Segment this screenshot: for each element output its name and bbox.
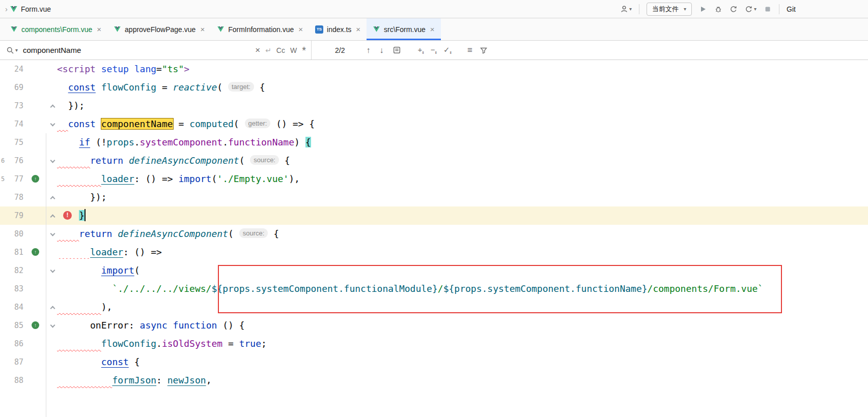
fold-marker-icon[interactable] (50, 231, 55, 236)
whole-words-toggle[interactable]: W (290, 46, 297, 54)
line-number[interactable]: 84 (0, 298, 23, 316)
user-icon[interactable]: ▾ (620, 5, 632, 13)
code-line-79[interactable]: 79! } (0, 206, 868, 225)
rerun-icon[interactable]: ▾ (745, 5, 757, 13)
search-input[interactable]: componentName (23, 46, 81, 54)
fold-guide-line (46, 133, 46, 417)
tab-components-form-vue[interactable]: components\Form.vue × (4, 18, 107, 40)
stop-icon[interactable] (764, 5, 772, 13)
code-line-74[interactable]: 74 const componentName = computed( gette… (0, 115, 868, 133)
code-line-73[interactable]: 73 }); (0, 97, 868, 115)
vue-logo-icon (10, 5, 18, 13)
code-text: onError: async function () { (57, 316, 245, 335)
code-line-24[interactable]: 24<script setup lang="ts"> (0, 60, 868, 78)
tab-approveflowpage-vue[interactable]: approveFlowPage.vue × (107, 18, 211, 40)
fold-marker-icon[interactable] (50, 323, 55, 328)
debug-icon[interactable] (714, 5, 722, 13)
close-icon[interactable]: × (356, 25, 360, 34)
gutter-arrow-icon[interactable]: ↑ (32, 248, 39, 256)
line-number[interactable]: 69 (0, 78, 23, 97)
gutter-arrow-icon[interactable]: ↑ (32, 175, 39, 183)
inlay-hint: source: (250, 155, 279, 165)
code-line-75[interactable]: 75 if (!props.systemComponent.functionNa… (0, 133, 868, 152)
line-number[interactable]: 81 (0, 243, 23, 261)
profile-icon[interactable] (730, 5, 738, 13)
fold-marker-icon[interactable] (50, 306, 55, 311)
line-number[interactable]: 73 (0, 97, 23, 115)
fold-marker-icon[interactable] (50, 268, 55, 273)
inlay-hint: target: (228, 82, 254, 92)
editor-tabbar: components\Form.vue × approveFlowPage.vu… (0, 18, 868, 41)
divider (779, 4, 779, 14)
regex-toggle[interactable]: * (302, 48, 306, 53)
fold-marker-icon[interactable] (50, 196, 55, 201)
line-number[interactable]: 80 (0, 225, 23, 243)
git-menu[interactable]: Git (787, 5, 796, 13)
next-occurrence-icon[interactable]: ↓ (379, 46, 383, 55)
code-line-78[interactable]: 78 }); (0, 188, 868, 206)
filter-icon[interactable] (480, 46, 488, 54)
multicaret-actions: +II −II ✓II (417, 45, 451, 55)
add-selection-icon[interactable]: +II (417, 45, 423, 55)
line-number[interactable]: 86 (0, 335, 23, 353)
select-all-matches-icon[interactable]: ✓II (443, 45, 451, 55)
window-title: Form.vue (21, 5, 51, 13)
run-configuration-button[interactable]: 当前文件 ▾ (647, 3, 692, 16)
search-icon[interactable]: ▾ (6, 46, 18, 54)
code-line-84[interactable]: 84 ), (0, 298, 868, 316)
search-match-highlight: componentName (101, 118, 173, 129)
match-case-toggle[interactable]: Cc (276, 46, 285, 54)
close-icon[interactable]: × (430, 25, 435, 34)
code-line-77[interactable]: 577↑ loader: () => import('./Empty.vue')… (0, 170, 868, 188)
line-number[interactable]: 79 (0, 206, 23, 225)
newline-icon[interactable]: ↵ (265, 46, 271, 54)
code-line-85[interactable]: 85↑ onError: async function () { (0, 316, 868, 335)
tab-forminformation-vue[interactable]: FormInformation.vue × (211, 18, 309, 40)
line-number[interactable]: 74 (0, 115, 23, 133)
code-line-86[interactable]: 86 flowConfig.isOldSystem = true; (0, 335, 868, 353)
search-field[interactable]: ▾ componentName × ↵ Cc W * (0, 41, 312, 59)
error-icon[interactable]: ! (63, 211, 72, 220)
code-line-83[interactable]: 83 `./../../../views/${props.systemCompo… (0, 280, 868, 298)
previous-occurrence-icon[interactable]: ↑ (366, 46, 370, 55)
fold-marker-icon[interactable] (50, 105, 55, 110)
remove-selection-icon[interactable]: −II (431, 45, 436, 55)
code-line-88[interactable]: 88 formJson: newJson, (0, 371, 868, 390)
code-text: formJson: newJson, (57, 371, 211, 390)
code-line-81[interactable]: 81↑ loader: () => (0, 243, 868, 261)
close-icon[interactable]: × (200, 25, 205, 34)
select-all-occurrences-icon[interactable] (393, 46, 401, 54)
code-line-87[interactable]: 87 const { (0, 353, 868, 371)
close-icon[interactable]: × (298, 25, 303, 34)
fold-marker-icon[interactable] (50, 215, 55, 220)
code-text: return defineAsyncComponent( source: { (57, 225, 279, 243)
code-text: if (!props.systemComponent.functionName)… (57, 133, 311, 152)
code-line-82[interactable]: 82 import( (0, 261, 868, 280)
search-options-icon[interactable]: ≡ (467, 45, 472, 55)
run-icon[interactable] (699, 5, 707, 13)
line-number[interactable]: 88 (0, 371, 23, 390)
line-number[interactable]: 78 (0, 188, 23, 206)
code-text: ), (57, 298, 112, 316)
fold-marker-icon[interactable] (50, 158, 55, 163)
code-line-76[interactable]: 676 return defineAsyncComponent( source:… (0, 152, 868, 170)
line-number[interactable]: 75 (0, 133, 23, 152)
tab-index-ts[interactable]: TS index.ts × (309, 18, 367, 40)
line-number[interactable]: 24 (0, 60, 23, 78)
code-line-80[interactable]: 80 return defineAsyncComponent( source: … (0, 225, 868, 243)
line-number[interactable]: 76 (0, 152, 23, 170)
line-number[interactable]: 87 (0, 353, 23, 371)
clear-search-icon[interactable]: × (255, 45, 260, 55)
code-text: const { (57, 353, 140, 371)
line-number[interactable]: 77 (0, 170, 23, 188)
tab-src-form-vue[interactable]: src\Form.vue × (367, 18, 440, 40)
line-number[interactable]: 82 (0, 261, 23, 280)
close-icon[interactable]: × (97, 25, 101, 34)
gutter-arrow-icon[interactable]: ↑ (32, 321, 39, 329)
code-editor[interactable]: 24<script setup lang="ts">69 const flowC… (0, 60, 868, 417)
fold-marker-icon[interactable] (50, 122, 55, 127)
line-number[interactable]: 83 (0, 280, 23, 298)
line-number[interactable]: 85 (0, 316, 23, 335)
code-area[interactable]: 24<script setup lang="ts">69 const flowC… (0, 60, 868, 390)
code-line-69[interactable]: 69 const flowConfig = reactive( target: … (0, 78, 868, 97)
